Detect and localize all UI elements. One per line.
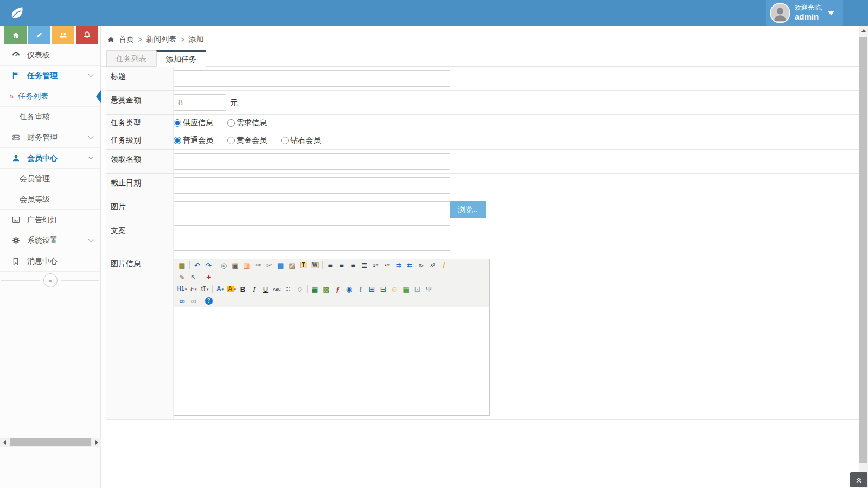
sidebar-item-dashboard[interactable]: 仪表板 xyxy=(0,45,100,66)
image-network-icon[interactable]: ▩ xyxy=(321,284,332,294)
sidebar-collapse-button[interactable]: « xyxy=(43,273,58,287)
underline-icon[interactable]: U xyxy=(260,284,271,294)
quota-input[interactable] xyxy=(174,153,450,170)
link-icon[interactable]: ∞ xyxy=(176,296,188,306)
indent-icon[interactable]: ⇉ xyxy=(393,260,404,271)
quick-insert-icon[interactable]: ✎ xyxy=(176,272,188,282)
attachment-icon[interactable]: ℓ xyxy=(355,284,366,294)
heading-icon[interactable]: H1▾ xyxy=(176,284,188,294)
horizontal-scrollbar-thumb[interactable] xyxy=(10,438,91,446)
print-icon[interactable]: ▣ xyxy=(229,260,241,271)
radio-button-icon[interactable] xyxy=(227,119,235,127)
user-menu[interactable]: 欢迎光临, admin xyxy=(766,0,843,26)
table-icon[interactable]: ⊞ xyxy=(366,284,378,294)
font-family-icon[interactable]: F▾ xyxy=(188,284,199,294)
user-avatar xyxy=(770,3,790,23)
tab-task-list[interactable]: 任务列表 xyxy=(106,50,156,67)
copy-icon[interactable]: ▤ xyxy=(275,260,286,271)
subscript-icon[interactable]: x₂ xyxy=(416,260,427,271)
radio-button-icon[interactable] xyxy=(227,137,235,144)
back-to-top-button[interactable] xyxy=(850,472,867,487)
unlink-icon[interactable]: ∞ xyxy=(188,296,199,306)
ordered-list-icon[interactable]: 1≡ xyxy=(370,260,381,271)
quick-notifications-button[interactable] xyxy=(76,26,98,44)
copywriting-textarea[interactable] xyxy=(174,225,450,251)
anchor-icon[interactable]: Ψ xyxy=(423,284,435,294)
paste-text-icon[interactable]: T xyxy=(298,260,309,271)
font-size-icon[interactable]: tT▾ xyxy=(199,284,210,294)
sidebar-item-task-management[interactable]: 任务管理 xyxy=(0,66,100,86)
fullscreen-icon[interactable]: ✚ xyxy=(203,272,214,282)
scroll-right-arrow[interactable] xyxy=(92,438,101,447)
preview-icon[interactable]: ◎ xyxy=(218,260,229,271)
sidebar-item-ad-slides[interactable]: 广告幻灯 xyxy=(0,210,100,230)
image-path-input[interactable] xyxy=(174,201,450,217)
align-center-icon[interactable]: ≡ xyxy=(336,260,347,271)
emoticon-icon[interactable]: ☺ xyxy=(389,284,400,294)
breadcrumb-news-list[interactable]: 新闻列表 xyxy=(146,35,176,44)
code-icon[interactable]: C# xyxy=(252,260,264,271)
user-dropdown-caret-icon[interactable] xyxy=(828,11,834,15)
radio-gold-member[interactable]: 黄金会员 xyxy=(227,136,267,145)
radio-supply-info[interactable]: 供应信息 xyxy=(174,118,213,128)
radio-diamond-member[interactable]: 钻石会员 xyxy=(281,136,321,145)
format-brush-icon[interactable]: / xyxy=(438,260,450,271)
vertical-scrollbar-thumb[interactable] xyxy=(859,37,867,463)
sidebar-subitem-task-list[interactable]: » 任务列表 xyxy=(0,86,100,107)
reward-amount-input[interactable] xyxy=(174,94,226,111)
quick-home-button[interactable] xyxy=(4,26,27,44)
deadline-input[interactable] xyxy=(174,177,450,194)
paste-icon[interactable]: ▨ xyxy=(286,260,298,271)
editor-content-area[interactable] xyxy=(174,307,489,415)
cut-icon[interactable]: ✂ xyxy=(264,260,275,271)
sidebar-item-message-center[interactable]: 消息中心 xyxy=(0,251,100,272)
font-color-icon[interactable]: A▾ xyxy=(214,284,226,294)
paste-word-icon[interactable]: W xyxy=(309,260,321,271)
scroll-up-arrow[interactable] xyxy=(859,26,868,35)
breadcrumb-home[interactable]: 首页 xyxy=(119,35,134,44)
dashed-line-icon[interactable]: ∷ xyxy=(283,284,294,294)
align-justify-icon[interactable]: ≣ xyxy=(359,260,370,271)
template-icon[interactable]: ▥ xyxy=(241,260,252,271)
select-all-icon[interactable]: ↖ xyxy=(188,272,199,282)
scroll-left-arrow[interactable] xyxy=(0,438,9,447)
flash-icon[interactable]: ƒ xyxy=(332,284,343,294)
gallery-icon[interactable]: ▦ xyxy=(400,284,412,294)
radio-button-icon[interactable] xyxy=(281,137,289,144)
insert-hr-icon[interactable]: ⊟ xyxy=(378,284,389,294)
outdent-icon[interactable]: ⇇ xyxy=(404,260,416,271)
highlight-icon[interactable]: A▾ xyxy=(226,284,237,294)
radio-normal-member[interactable]: 普通会员 xyxy=(174,136,213,145)
radio-button-icon[interactable] xyxy=(174,119,181,127)
strikethrough-icon[interactable]: ABC xyxy=(271,284,283,294)
radio-button-icon[interactable] xyxy=(174,137,181,144)
radio-demand-info[interactable]: 需求信息 xyxy=(227,118,267,128)
sidebar-item-system-settings[interactable]: 系统设置 xyxy=(0,230,100,251)
align-right-icon[interactable]: ≡ xyxy=(347,260,359,271)
undo-icon[interactable]: ↶ xyxy=(192,260,203,271)
superscript-icon[interactable]: x² xyxy=(427,260,438,271)
align-left-icon[interactable]: ≡ xyxy=(324,260,336,271)
source-icon[interactable]: ▤ xyxy=(176,260,188,271)
breadcrumb-add[interactable]: 添加 xyxy=(188,35,203,44)
title-input[interactable] xyxy=(174,70,450,87)
sidebar-subitem-member-management[interactable]: 会员管理 xyxy=(0,169,100,189)
help-icon[interactable]: ? xyxy=(203,296,214,306)
sidebar-item-member-center[interactable]: 会员中心 xyxy=(0,148,100,169)
redo-icon[interactable]: ↷ xyxy=(203,260,214,271)
sidebar-subitem-task-review[interactable]: 任务审核 xyxy=(0,107,100,127)
media-icon[interactable]: ◉ xyxy=(343,284,355,294)
unordered-list-icon[interactable]: •≡ xyxy=(381,260,393,271)
bold-icon[interactable]: B xyxy=(237,284,248,294)
remove-format-icon[interactable]: ◊ xyxy=(294,284,305,294)
tab-add-task[interactable]: 添加任务 xyxy=(156,50,206,67)
browse-button[interactable]: 浏览.. xyxy=(450,201,486,218)
page-break-icon[interactable]: ⊡ xyxy=(412,284,423,294)
quick-edit-button[interactable] xyxy=(28,26,50,44)
image-upload-icon[interactable]: ▦ xyxy=(309,284,321,294)
sidebar-item-finance[interactable]: 财务管理 xyxy=(0,127,100,148)
quick-users-button[interactable] xyxy=(52,26,74,44)
sidebar-subitem-member-level[interactable]: 会员等级 xyxy=(0,189,100,210)
radio-label: 供应信息 xyxy=(183,118,213,128)
italic-icon[interactable]: I xyxy=(248,284,260,294)
